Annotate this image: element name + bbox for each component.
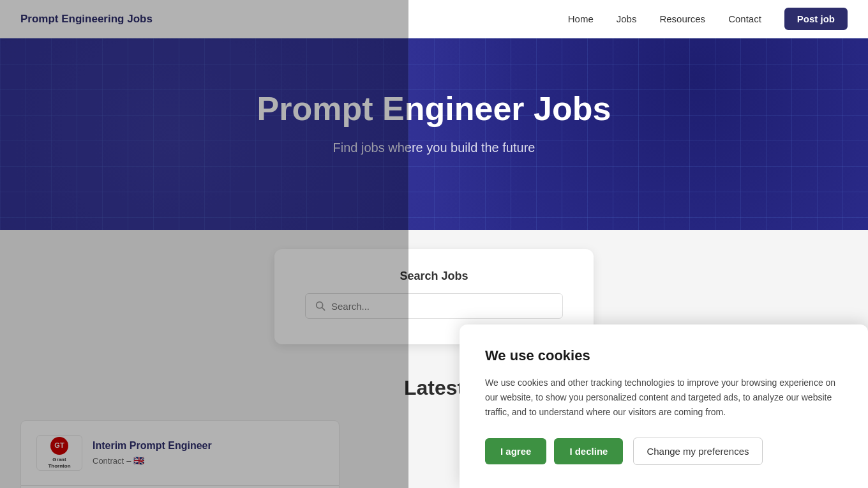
cookie-preferences-button[interactable]: Change my preferences	[633, 438, 762, 465]
nav-link-contact[interactable]: Contact	[728, 13, 761, 24]
hero-section: Prompt Engineer Jobs Find jobs where you…	[0, 38, 868, 236]
cookie-buttons: I agree I decline Change my preferences	[485, 438, 842, 465]
nav-logo: Prompt Engineering Jobs	[20, 13, 153, 26]
navbar: Prompt Engineering Jobs Home Jobs Resour…	[0, 0, 868, 38]
job-title-1: Interim Prompt Engineer	[93, 440, 324, 452]
search-input[interactable]	[331, 301, 553, 312]
svg-line-1	[322, 308, 326, 311]
job-flag-1: 🇬🇧	[133, 455, 144, 466]
nav-links: Home Jobs Resources Contact Post job	[568, 13, 848, 25]
cookie-decline-button[interactable]: I decline	[554, 438, 623, 464]
nav-link-jobs[interactable]: Jobs	[617, 13, 637, 24]
job-info-1: Interim Prompt Engineer Contract – 🇬🇧	[93, 440, 324, 466]
svg-point-0	[317, 302, 323, 309]
cookie-banner-text: We use cookies and other tracking techno…	[485, 376, 842, 420]
cookie-banner-title: We use cookies	[485, 347, 842, 364]
jobs-list: GT Grant Thornton Interim Prompt Enginee…	[20, 420, 340, 488]
post-job-button[interactable]: Post job	[784, 8, 848, 30]
job-meta-1: Contract – 🇬🇧	[93, 455, 324, 466]
hero-subtitle: Find jobs where you build the future	[13, 141, 855, 155]
nav-link-home[interactable]: Home	[568, 13, 594, 24]
company-logo-grant-thornton: GT Grant Thornton	[36, 435, 82, 471]
hero-title: Prompt Engineer Jobs	[13, 89, 855, 128]
cookie-agree-button[interactable]: I agree	[485, 438, 546, 464]
job-card-1[interactable]: GT Grant Thornton Interim Prompt Enginee…	[20, 420, 340, 485]
cookie-banner: We use cookies We use cookies and other …	[460, 324, 868, 488]
job-card-2[interactable]: COINTELE- GRAPH The future of money Prom…	[20, 485, 340, 488]
search-input-wrap	[305, 293, 563, 319]
search-card-title: Search Jobs	[305, 270, 563, 283]
nav-link-resources[interactable]: Resources	[659, 13, 705, 24]
search-icon	[315, 300, 326, 312]
